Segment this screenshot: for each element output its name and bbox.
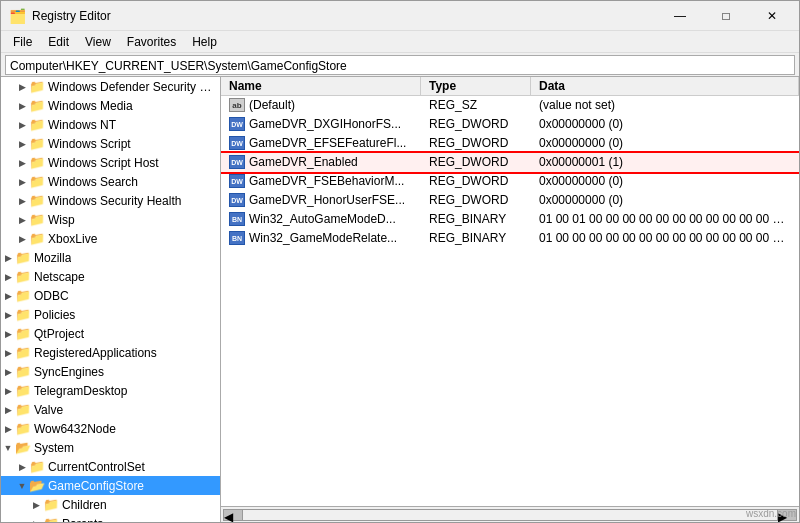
expand-icon[interactable]: ▶ [1, 327, 15, 341]
expand-icon[interactable]: ▶ [1, 289, 15, 303]
expand-icon[interactable]: ▶ [1, 251, 15, 265]
tree-item-gameconfigstore[interactable]: ▼ 📂 GameConfigStore [1, 476, 220, 495]
expand-icon[interactable]: ▶ [15, 80, 29, 94]
expand-icon[interactable]: ▶ [15, 213, 29, 227]
detail-row[interactable]: DW GameDVR_DXGIHonorFS... REG_DWORD 0x00… [221, 115, 799, 134]
expand-icon[interactable]: ▶ [29, 517, 43, 523]
expand-icon[interactable]: ▶ [1, 308, 15, 322]
expand-icon[interactable]: ▶ [15, 137, 29, 151]
menu-view[interactable]: View [77, 33, 119, 51]
tree-item-system[interactable]: ▼ 📂 System [1, 438, 220, 457]
expand-icon[interactable]: ▶ [29, 498, 43, 512]
menu-help[interactable]: Help [184, 33, 225, 51]
app-icon: 🗂️ [9, 8, 26, 24]
detail-row[interactable]: ab (Default) REG_SZ (value not set) [221, 96, 799, 115]
tree-label: Children [62, 498, 107, 512]
expand-icon[interactable]: ▶ [1, 422, 15, 436]
scroll-left-btn[interactable]: ◀ [223, 509, 243, 521]
close-button[interactable]: ✕ [749, 5, 795, 27]
tree-item[interactable]: ▶ 📁 Windows Media [1, 96, 220, 115]
tree-item[interactable]: ▶ 📁 RegisteredApplications [1, 343, 220, 362]
tree-item[interactable]: ▶ 📁 Windows Script Host [1, 153, 220, 172]
expand-icon[interactable]: ▶ [15, 232, 29, 246]
col-header-type[interactable]: Type [421, 77, 531, 95]
expand-icon[interactable]: ▶ [15, 156, 29, 170]
tree-item[interactable]: ▶ 📁 Windows Script [1, 134, 220, 153]
col-header-name[interactable]: Name [221, 77, 421, 95]
expand-icon[interactable]: ▶ [1, 365, 15, 379]
tree-item[interactable]: ▶ 📁 QtProject [1, 324, 220, 343]
tree-label: GameConfigStore [48, 479, 144, 493]
tree-item[interactable]: ▶ 📁 Netscape [1, 267, 220, 286]
detail-header: Name Type Data [221, 77, 799, 96]
tree-label: Wow6432Node [34, 422, 116, 436]
folder-icon: 📁 [15, 384, 31, 398]
expand-icon[interactable]: ▶ [1, 346, 15, 360]
folder-icon: 📁 [15, 365, 31, 379]
menu-favorites[interactable]: Favorites [119, 33, 184, 51]
menu-bar: File Edit View Favorites Help [1, 31, 799, 53]
tree-label: Windows Media [48, 99, 133, 113]
expand-icon[interactable]: ▶ [15, 118, 29, 132]
tree-item[interactable]: ▶ 📁 ODBC [1, 286, 220, 305]
menu-edit[interactable]: Edit [40, 33, 77, 51]
maximize-button[interactable]: □ [703, 5, 749, 27]
expand-icon[interactable]: ▼ [15, 479, 29, 493]
tree-item-children[interactable]: ▶ 📁 Children [1, 495, 220, 514]
expand-icon[interactable]: ▼ [1, 441, 15, 455]
expand-icon[interactable]: ▶ [1, 384, 15, 398]
expand-icon[interactable]: ▶ [1, 403, 15, 417]
detail-row[interactable]: DW GameDVR_FSEBehaviorM... REG_DWORD 0x0… [221, 172, 799, 191]
reg-dword-icon: DW [229, 174, 245, 188]
expand-icon[interactable]: ▶ [15, 460, 29, 474]
window-title: Registry Editor [32, 9, 111, 23]
tree-label: Windows Script [48, 137, 131, 151]
scroll-right-btn[interactable]: ▶ [777, 509, 797, 521]
cell-data: 0x00000001 (1) [531, 154, 799, 170]
tree-item[interactable]: ▶ 📁 XboxLive [1, 229, 220, 248]
tree-label: Windows Script Host [48, 156, 159, 170]
menu-file[interactable]: File [5, 33, 40, 51]
col-header-data[interactable]: Data [531, 77, 799, 95]
tree-label: Wisp [48, 213, 75, 227]
cell-name: BN Win32_AutoGameModeD... [221, 211, 421, 227]
title-bar: 🗂️ Registry Editor — □ ✕ [1, 1, 799, 31]
expand-icon[interactable]: ▶ [1, 270, 15, 284]
expand-icon[interactable]: ▶ [15, 99, 29, 113]
cell-type: REG_DWORD [421, 192, 531, 208]
tree-item[interactable]: ▶ 📁 Windows NT [1, 115, 220, 134]
tree-item[interactable]: ▶ 📁 SyncEngines [1, 362, 220, 381]
detail-row-gamedvr-enabled[interactable]: DW GameDVR_Enabled REG_DWORD 0x00000001 … [221, 153, 799, 172]
minimize-button[interactable]: — [657, 5, 703, 27]
tree-item[interactable]: ▶ 📁 Wisp [1, 210, 220, 229]
detail-row[interactable]: BN Win32_AutoGameModeD... REG_BINARY 01 … [221, 210, 799, 229]
folder-icon: 📁 [43, 517, 59, 523]
cell-name: DW GameDVR_DXGIHonorFS... [221, 116, 421, 132]
reg-dword-icon: DW [229, 136, 245, 150]
expand-icon[interactable]: ▶ [15, 175, 29, 189]
detail-row[interactable]: BN Win32_GameModeRelate... REG_BINARY 01… [221, 229, 799, 248]
tree-item[interactable]: ▶ 📁 Wow6432Node [1, 419, 220, 438]
tree-label: Windows Search [48, 175, 138, 189]
tree-label: XboxLive [48, 232, 97, 246]
tree-item[interactable]: ▶ 📁 Windows Defender Security Ce... [1, 77, 220, 96]
tree-label: CurrentControlSet [48, 460, 145, 474]
expand-icon[interactable]: ▶ [15, 194, 29, 208]
detail-row[interactable]: DW GameDVR_HonorUserFSE... REG_DWORD 0x0… [221, 191, 799, 210]
tree-item[interactable]: ▶ 📁 Windows Search [1, 172, 220, 191]
detail-row[interactable]: DW GameDVR_EFSEFeatureFl... REG_DWORD 0x… [221, 134, 799, 153]
tree-item[interactable]: ▶ 📁 TelegramDesktop [1, 381, 220, 400]
cell-name: ab (Default) [221, 97, 421, 113]
tree-label: Parents [62, 517, 103, 523]
cell-type: REG_DWORD [421, 116, 531, 132]
tree-item[interactable]: ▶ 📁 Mozilla [1, 248, 220, 267]
cell-type: REG_BINARY [421, 211, 531, 227]
tree-item-currentcontrolset[interactable]: ▶ 📁 CurrentControlSet [1, 457, 220, 476]
address-input[interactable]: Computer\HKEY_CURRENT_USER\System\GameCo… [5, 55, 795, 75]
tree-item[interactable]: ▶ 📁 Valve [1, 400, 220, 419]
tree-item-parents[interactable]: ▶ 📁 Parents [1, 514, 220, 522]
tree-panel: ▶ 📁 Windows Defender Security Ce... ▶ 📁 … [1, 77, 221, 522]
tree-item[interactable]: ▶ 📁 Windows Security Health [1, 191, 220, 210]
horizontal-scrollbar[interactable]: ◀ ▶ [221, 506, 799, 522]
tree-item[interactable]: ▶ 📁 Policies [1, 305, 220, 324]
